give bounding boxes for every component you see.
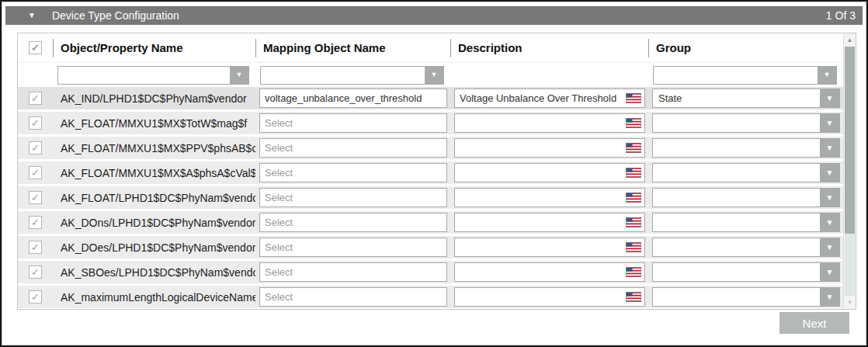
mapping-object-input[interactable]: Select: [259, 213, 447, 232]
row-checkbox[interactable]: ✓: [29, 191, 42, 204]
table-row: ✓AK_DOes/LPHD1$DC$PhyNam$vendorSelect▼: [18, 236, 843, 259]
object-property-name: AK_FLOAT/MMXU1$MX$TotW$mag$f: [53, 117, 255, 130]
check-icon: ✓: [31, 168, 40, 178]
description-input[interactable]: [454, 287, 645, 307]
object-property-name: AK_DOns/LPHD1$DC$PhyNam$vendor: [53, 217, 255, 229]
mapping-object-input[interactable]: Select: [259, 262, 447, 282]
us-flag-icon: [626, 168, 641, 178]
scrollbar-track[interactable]: [845, 234, 855, 296]
row-checkbox[interactable]: ✓: [29, 166, 42, 179]
chevron-down-icon[interactable]: ▼: [820, 139, 839, 157]
mapping-object-input[interactable]: Select: [259, 163, 447, 182]
scroll-down-icon[interactable]: ▼: [844, 297, 856, 308]
mapping-object-input[interactable]: Select: [259, 188, 447, 207]
description-input[interactable]: [454, 188, 645, 207]
chevron-down-icon[interactable]: ▼: [820, 238, 839, 256]
collapse-triangle-icon[interactable]: ▼: [28, 12, 36, 19]
object-property-name: AK_FLOAT/LPHD1$DC$PhyNam$vendor: [53, 192, 255, 204]
object-property-name: AK_FLOAT/MMXU1$MX$A$phsA$cVal$ma: [53, 167, 255, 179]
mapping-object-input[interactable]: Select: [259, 287, 447, 307]
group-value: State: [653, 92, 682, 104]
description-input[interactable]: [454, 163, 645, 182]
description-input[interactable]: [454, 213, 645, 232]
row-checkbox[interactable]: ✓: [29, 290, 42, 304]
object-property-filter-dropdown[interactable]: ▼: [57, 66, 249, 85]
object-property-name: AK_SBOes/LPHD1$DC$PhyNam$vendor: [53, 266, 255, 279]
row-checkbox[interactable]: ✓: [29, 92, 42, 105]
chevron-down-icon[interactable]: ▼: [820, 263, 839, 281]
table-row: ✓AK_DOns/LPHD1$DC$PhyNam$vendorSelect▼: [18, 211, 843, 234]
description-input[interactable]: Voltage Unbalance Over Threshold: [454, 88, 645, 108]
device-mapping-table: ✓ Object/Property Name Mapping Object Na…: [17, 33, 856, 310]
chevron-down-icon[interactable]: ▼: [230, 67, 248, 84]
scroll-up-icon[interactable]: ▲: [844, 34, 856, 46]
check-icon: ✓: [31, 242, 40, 252]
select-all-checkbox[interactable]: ✓: [29, 41, 42, 54]
us-flag-icon: [626, 193, 641, 203]
description-input[interactable]: [454, 262, 645, 282]
column-header-mapping-object-name[interactable]: Mapping Object Name: [255, 33, 450, 62]
table-row: ✓AK_SBOes/LPHD1$DC$PhyNam$vendorSelect▼: [18, 261, 843, 283]
vertical-scrollbar[interactable]: ▲ ▼: [843, 33, 856, 309]
row-checkbox[interactable]: ✓: [29, 265, 42, 279]
table-header-row: ✓ Object/Property Name Mapping Object Na…: [18, 33, 843, 63]
table-row: ✓AK_FLOAT/MMXU1$MX$PPV$phsAB$cValSelect▼: [18, 137, 843, 159]
table-rows: ✓AK_IND/LPHD1$DC$PhyNam$vendorvoltage_un…: [18, 87, 856, 309]
description-input[interactable]: [454, 113, 645, 133]
object-property-name: AK_DOes/LPHD1$DC$PhyNam$vendor: [53, 241, 255, 254]
us-flag-icon: [626, 143, 641, 153]
chevron-down-icon[interactable]: ▼: [818, 67, 836, 84]
check-icon: ✓: [31, 267, 40, 277]
chevron-down-icon[interactable]: ▼: [425, 67, 443, 84]
table-row: ✓AK_FLOAT/MMXU1$MX$TotW$mag$fSelect▼: [18, 112, 843, 134]
table-row: ✓AK_maximumLengthLogicalDeviceNameSelect…: [18, 286, 843, 308]
group-dropdown[interactable]: ▼: [652, 188, 840, 207]
row-checkbox[interactable]: ✓: [29, 241, 42, 254]
object-property-name: AK_maximumLengthLogicalDeviceName: [53, 291, 255, 304]
chevron-down-icon[interactable]: ▼: [820, 89, 839, 107]
group-dropdown[interactable]: ▼: [652, 238, 840, 257]
check-icon: ✓: [31, 292, 40, 302]
group-dropdown[interactable]: ▼: [652, 138, 840, 158]
check-icon: ✓: [31, 93, 40, 103]
group-filter-dropdown[interactable]: ▼: [653, 66, 837, 85]
row-checkbox[interactable]: ✓: [29, 216, 42, 229]
us-flag-icon: [626, 267, 641, 277]
us-flag-icon: [626, 292, 641, 302]
mapping-object-input[interactable]: Select: [259, 238, 447, 257]
group-dropdown[interactable]: ▼: [652, 287, 840, 307]
table-row: ✓AK_IND/LPHD1$DC$PhyNam$vendorvoltage_un…: [18, 87, 843, 109]
panel-title: Device Type Configuration: [52, 9, 179, 22]
description-input[interactable]: [454, 138, 645, 158]
chevron-down-icon[interactable]: ▼: [820, 189, 839, 206]
us-flag-icon: [626, 217, 641, 227]
chevron-down-icon[interactable]: ▼: [820, 213, 839, 231]
column-header-object-property-name[interactable]: Object/Property Name: [53, 33, 255, 62]
next-button[interactable]: Next: [779, 312, 849, 334]
group-dropdown[interactable]: State▼: [652, 88, 840, 108]
check-icon: ✓: [31, 217, 40, 227]
group-dropdown[interactable]: ▼: [652, 262, 840, 282]
column-header-description[interactable]: Description: [450, 33, 648, 62]
mapping-object-input[interactable]: Select: [259, 138, 447, 158]
check-icon: ✓: [31, 143, 40, 153]
row-checkbox[interactable]: ✓: [29, 116, 42, 130]
row-checkbox[interactable]: ✓: [29, 141, 42, 154]
filter-row: ▼ ▼ ▼: [18, 63, 843, 87]
scrollbar-thumb[interactable]: [845, 47, 855, 234]
object-property-name: AK_IND/LPHD1$DC$PhyNam$vendor: [53, 92, 255, 105]
us-flag-icon: [626, 242, 641, 252]
description-input[interactable]: [454, 238, 645, 257]
us-flag-icon: [626, 118, 641, 128]
group-dropdown[interactable]: ▼: [652, 113, 840, 133]
mapping-object-input[interactable]: voltage_unbalance_over_threshold: [259, 88, 447, 108]
page-indicator: 1 Of 3: [826, 9, 856, 22]
group-dropdown[interactable]: ▼: [652, 163, 840, 182]
column-header-group[interactable]: Group: [648, 33, 843, 62]
chevron-down-icon[interactable]: ▼: [820, 114, 839, 132]
mapping-object-input[interactable]: Select: [259, 113, 447, 133]
group-dropdown[interactable]: ▼: [652, 213, 840, 232]
mapping-object-filter-dropdown[interactable]: ▼: [260, 66, 444, 85]
chevron-down-icon[interactable]: ▼: [820, 164, 839, 182]
chevron-down-icon[interactable]: ▼: [820, 288, 839, 306]
